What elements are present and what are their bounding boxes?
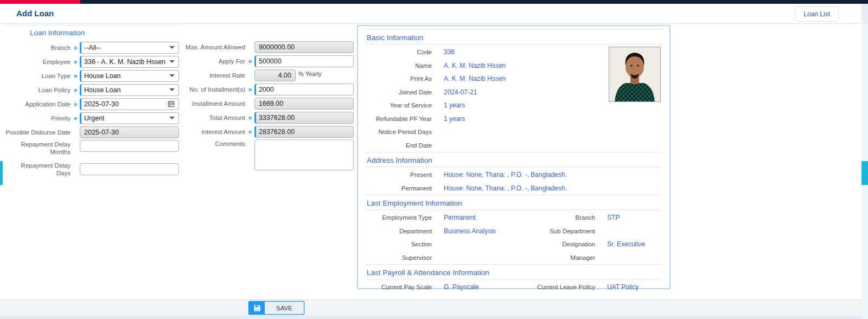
save-floppy-icon (249, 302, 265, 314)
apply-for-input[interactable] (259, 58, 349, 65)
basic-information-title: Basic Information (366, 29, 662, 44)
last-payroll-attendance-title: Last Payroll & Attendance Information (366, 264, 662, 279)
total-amount-label: Total Amount (182, 113, 245, 122)
required-chevron-icon: » (245, 86, 254, 93)
loan-policy-select[interactable]: House Loan (80, 84, 179, 96)
print-as-label: Print As (366, 75, 432, 82)
max-amount-allowed-label: Max. Amount Allowed (182, 43, 245, 51)
department-value: Business Analysis (444, 227, 496, 235)
repayment-delay-months-field[interactable] (80, 140, 179, 152)
loan-type-select[interactable]: House Loan (80, 70, 179, 82)
required-chevron-icon: » (245, 114, 254, 122)
employment-branch-row: Branch STP (514, 211, 662, 225)
repayment-delay-days-field[interactable] (80, 163, 179, 175)
name-value: A. K. M. Nazib Hssen (444, 62, 506, 69)
chevron-down-icon (169, 46, 175, 49)
page-header: Add Loan Loan List (0, 4, 861, 24)
last-employment-information-title: Last Employment Information (366, 195, 662, 210)
comments-textarea[interactable] (254, 139, 354, 170)
top-navy-bar (0, 0, 868, 4)
basic-information-body: Code 336 Name A. K. M. Nazib Hssen Print… (366, 44, 662, 152)
manager-label: Manager (514, 254, 595, 261)
employment-type-value: Permanent (444, 214, 476, 221)
installment-amount-row: Installment Amount (182, 97, 356, 110)
print-as-value: A. K. M. Nazib Hssen (444, 75, 506, 82)
footer-bar: SAVE (0, 299, 861, 315)
loan-information-title: Loan Information (5, 25, 181, 40)
chevron-down-icon (169, 88, 175, 91)
no-of-installments-input[interactable] (259, 86, 349, 93)
current-leave-policy-row: Current Leave Policy UAT Policy (514, 280, 662, 294)
current-pay-scale-row: Current Pay Scale G. Payscale (366, 280, 514, 294)
supervisor-label: Supervisor (366, 254, 432, 261)
apply-for-field[interactable] (254, 55, 354, 67)
current-pay-scale-value: G. Payscale (444, 283, 479, 291)
max-amount-allowed-field (254, 41, 354, 53)
joined-date-label: Joined Date (366, 89, 432, 95)
interest-rate-label: Interest Rate (182, 71, 245, 79)
manager-row: Manager (514, 251, 662, 265)
branch-label: Branch (5, 43, 71, 52)
loan-list-button[interactable]: Loan List (795, 7, 839, 22)
top-red-progress-bar (0, 0, 80, 4)
employment-type-row: Employment Type Permanent (366, 211, 514, 225)
employee-select[interactable]: 336 - A. K. M. Nazib Hssen (80, 56, 179, 68)
required-chevron-icon: » (245, 58, 254, 65)
priority-select[interactable]: Urgent (80, 112, 179, 124)
application-date-field[interactable] (80, 98, 179, 110)
required-chevron-icon: » (71, 114, 80, 122)
employment-type-label: Employment Type (366, 214, 432, 221)
notice-period-days-label: Notice Period Days (366, 129, 432, 135)
apply-for-label: Apply For (182, 57, 245, 65)
chevron-down-icon (169, 74, 175, 77)
interest-rate-input (259, 72, 291, 79)
save-button[interactable]: SAVE (248, 301, 304, 315)
comments-row: Comments (182, 139, 356, 170)
loan-information-column: Loan Information Branch » --All-- Employ… (5, 25, 181, 179)
no-of-installments-label: No. of Installment(s) (182, 85, 245, 93)
current-leave-policy-label: Current Leave Policy (514, 284, 595, 290)
current-leave-policy-value: UAT Policy (607, 283, 639, 291)
application-date-input[interactable] (84, 100, 168, 108)
loan-type-label: Loan Type (5, 72, 71, 80)
priority-row: Priority » Urgent (5, 112, 181, 124)
employee-row: Employee » 336 - A. K. M. Nazib Hssen (5, 55, 181, 68)
supervisor-row: Supervisor (366, 251, 514, 265)
left-scroll-indicator[interactable] (0, 161, 3, 185)
designation-row: Designation Sr. Executive (514, 238, 662, 251)
right-scrollbar-track[interactable] (861, 24, 868, 319)
calendar-icon[interactable] (168, 100, 175, 107)
year-of-service-value: 1 years (444, 101, 465, 109)
loan-type-selected-value: House Loan (84, 72, 120, 80)
permanent-address-label: Permanent (366, 185, 432, 192)
total-amount-field (254, 112, 354, 124)
end-date-row: End Date (366, 139, 662, 152)
right-scrollbar-thumb[interactable] (861, 161, 868, 185)
interest-rate-field (254, 69, 296, 81)
present-address-label: Present (366, 171, 432, 178)
section-row: Section (366, 238, 514, 251)
repayment-delay-months-label: Repayment Delay Months (5, 140, 71, 156)
repayment-delay-days-input[interactable] (84, 165, 175, 173)
no-of-installments-field[interactable] (254, 84, 354, 95)
branch-select[interactable]: --All-- (80, 42, 179, 54)
loan-policy-row: Loan Policy » House Loan (5, 84, 181, 96)
name-label: Name (366, 62, 432, 69)
required-chevron-icon: » (71, 58, 80, 66)
notice-period-days-row: Notice Period Days (366, 125, 662, 139)
installment-amount-field (254, 98, 354, 110)
main-content: Loan Information Branch » --All-- Employ… (0, 24, 861, 299)
possible-disburse-date-field (80, 126, 179, 138)
employee-selected-value: 336 - A. K. M. Nazib Hssen (84, 58, 165, 66)
end-date-label: End Date (366, 142, 432, 149)
branch-row: Branch » --All-- (5, 41, 181, 54)
interest-amount-field (254, 126, 354, 138)
page-title: Add Loan (16, 9, 54, 18)
present-address-value: House: None, Thana: , P.O. -, Bangladesh… (444, 171, 567, 178)
interest-rate-suffix: % Yearly (298, 69, 322, 77)
department-label: Department (366, 228, 432, 234)
repayment-delay-months-input[interactable] (84, 142, 175, 150)
add-loan-page: Add Loan Loan List Loan Information Bran… (0, 0, 868, 319)
sub-department-label: Sub Department (514, 228, 595, 234)
chevron-down-icon (169, 60, 175, 63)
